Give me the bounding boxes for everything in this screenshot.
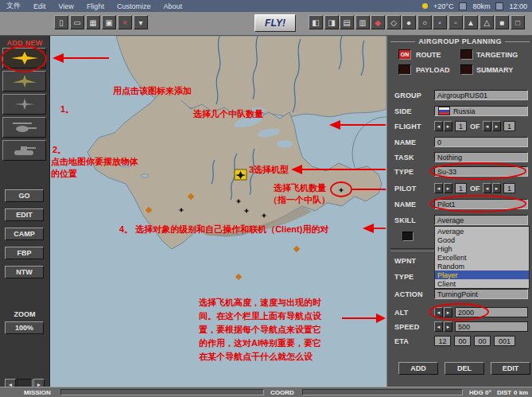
- payload-toggle[interactable]: [398, 64, 411, 75]
- toolbar-button-8[interactable]: ○: [417, 15, 432, 29]
- annotation-waypoint-line3: 置，要根据每个导航点来设置它: [199, 324, 321, 336]
- toolbar-button-13[interactable]: ■: [495, 15, 509, 29]
- coord-field: [302, 389, 463, 395]
- map-view[interactable]: 用点击该图标来添加 1。 2。 点击地图你要摆放物体 的位置 选择几个中队数量 …: [49, 35, 386, 387]
- pilot-total-next-button[interactable]: ►: [492, 183, 501, 193]
- skill-option-high[interactable]: High: [435, 244, 529, 253]
- toolbar: ▯ ▭ ▦ ▣ × ▾ FLY! ◧ ◨ ▤ ▥ ◆ ◇ ● ○ ▪ ▫ ▲ △…: [0, 12, 532, 36]
- dist-label: DIST: [497, 389, 511, 396]
- task-value[interactable]: Nothing: [434, 152, 528, 162]
- fly-button[interactable]: FLY!: [254, 14, 296, 32]
- toolbar-button-14[interactable]: □: [511, 15, 525, 29]
- skill-option-excellent[interactable]: Excellent: [435, 253, 529, 262]
- pilot-name-value[interactable]: Pilot1: [434, 199, 528, 209]
- group-label: GROUP: [394, 91, 421, 99]
- status-bar: MISSION COORD HDG 0° DIST 0 km: [0, 387, 532, 397]
- action-value[interactable]: TurningPoint: [434, 289, 528, 299]
- add-airplane3-button[interactable]: [2, 94, 46, 115]
- toolbar-button-1[interactable]: ◧: [309, 15, 323, 29]
- type-value[interactable]: Su-33: [434, 166, 528, 177]
- annotation-plane-count2: （指一个中队）: [269, 194, 330, 206]
- menu-about[interactable]: About: [157, 2, 188, 10]
- annotation-step-2: 2。: [52, 144, 66, 156]
- group-value[interactable]: AirgroupRUS01: [434, 90, 528, 100]
- edit-button[interactable]: EDIT: [5, 208, 44, 221]
- eta-minutes[interactable]: 00: [454, 336, 471, 346]
- add-vehicle-button[interactable]: [2, 140, 46, 161]
- toolbar-button-9[interactable]: ▪: [433, 15, 447, 29]
- speed-row: SPEED ◄ ► 500: [387, 321, 532, 333]
- alt-prev-button[interactable]: ◄: [434, 307, 443, 317]
- skill-option-random[interactable]: Random: [435, 262, 529, 271]
- temperature-value: +20°C: [433, 2, 453, 10]
- pilot-total-value: 1: [503, 183, 515, 193]
- add-airplane2-button[interactable]: [2, 71, 46, 91]
- ntw-button[interactable]: NTW: [5, 266, 44, 278]
- pilot-name-label: NAME: [394, 200, 416, 208]
- skill-option-player[interactable]: Player: [435, 271, 529, 279]
- route-toggle[interactable]: ON: [398, 49, 411, 60]
- menu-flight[interactable]: Flight: [80, 2, 111, 10]
- toolbar-button-3[interactable]: ▤: [340, 15, 354, 29]
- flight-row: FLIGHT ◄ ► 1 OF ◄ ► 1: [387, 120, 532, 132]
- skill-option-good[interactable]: Good: [435, 235, 529, 244]
- pilot-prev-button[interactable]: ◄: [434, 183, 443, 193]
- save-mission-button[interactable]: ▦: [86, 15, 100, 29]
- add-helicopter-button[interactable]: [2, 117, 46, 138]
- side-value[interactable]: Russia: [434, 106, 528, 116]
- toolbar-button-4[interactable]: ▥: [355, 15, 370, 29]
- name-value[interactable]: 0: [434, 137, 528, 147]
- flight-next-button[interactable]: ►: [444, 121, 452, 131]
- route-label: ROUTE: [416, 51, 441, 59]
- wpnt-label: WPNT: [394, 257, 416, 265]
- alt-value[interactable]: 2000: [455, 307, 528, 317]
- targeting-toggle[interactable]: [460, 49, 473, 60]
- alt-label: ALT: [394, 309, 408, 317]
- zoom-value-button[interactable]: 100%: [5, 321, 44, 334]
- flight-total-next-button[interactable]: ►: [492, 121, 501, 131]
- skill-option-client[interactable]: Client: [435, 279, 529, 288]
- toolbar-button-10[interactable]: ▫: [449, 15, 463, 29]
- flight-total-prev-button[interactable]: ◄: [483, 121, 491, 131]
- alt-next-button[interactable]: ►: [444, 307, 452, 317]
- new-mission-button[interactable]: ▯: [54, 15, 68, 29]
- menu-view[interactable]: View: [52, 2, 80, 10]
- pilot-total-prev-button[interactable]: ◄: [483, 183, 491, 193]
- toolbar-button-7[interactable]: ●: [402, 15, 416, 29]
- skill-option-average[interactable]: Average: [435, 227, 529, 235]
- open-mission-button[interactable]: ▭: [70, 15, 84, 29]
- toolbar-button-12[interactable]: △: [480, 15, 494, 29]
- hidden-checkbox[interactable]: [402, 232, 414, 241]
- eta-hours[interactable]: 12: [434, 336, 451, 346]
- toolbar-button-2[interactable]: ◨: [324, 15, 339, 29]
- menu-customize[interactable]: Customize: [111, 2, 157, 10]
- toolbar-button-5[interactable]: ◆: [371, 15, 385, 29]
- flight-prev-button[interactable]: ◄: [434, 121, 443, 131]
- skill-value[interactable]: Average: [434, 215, 528, 225]
- eta-seconds[interactable]: 00: [474, 336, 491, 346]
- speed-next-button[interactable]: ►: [444, 321, 452, 332]
- add-airplane-button[interactable]: [2, 48, 46, 68]
- edit-waypoint-button[interactable]: EDIT: [491, 362, 530, 375]
- time-value: 12:00: [509, 2, 527, 10]
- camp-button[interactable]: CAMP: [5, 228, 44, 240]
- selected-airgroup-marker[interactable]: [235, 169, 247, 180]
- summary-toggle[interactable]: [460, 64, 473, 75]
- options-button[interactable]: ▣: [102, 15, 116, 29]
- menu-file[interactable]: 文件: [0, 1, 27, 11]
- toolbar-button-11[interactable]: ▲: [464, 15, 478, 29]
- close-mission-button[interactable]: ×: [118, 15, 132, 29]
- tools-button[interactable]: ▾: [134, 15, 148, 29]
- speed-value[interactable]: 500: [455, 321, 528, 332]
- speed-prev-button[interactable]: ◄: [434, 321, 443, 332]
- pilot-next-button[interactable]: ►: [444, 183, 452, 193]
- go-button[interactable]: GO: [5, 189, 44, 202]
- eta-millis[interactable]: 001: [494, 336, 515, 346]
- action-label: ACTION: [394, 290, 423, 298]
- menu-edit[interactable]: Edit: [27, 2, 52, 10]
- del-waypoint-button[interactable]: DEL: [445, 362, 484, 375]
- toolbar-button-6[interactable]: ◇: [386, 15, 401, 29]
- airplane-icon: [8, 50, 41, 66]
- fbp-button[interactable]: FBP: [5, 247, 44, 259]
- add-waypoint-button[interactable]: ADD: [398, 362, 438, 375]
